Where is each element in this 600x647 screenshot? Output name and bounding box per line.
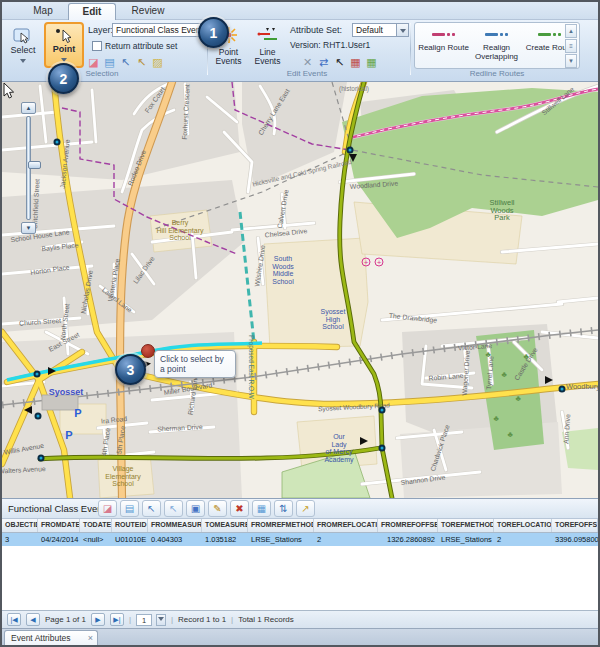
save-icon[interactable]: ▣ [186,500,205,517]
grid-view-icon[interactable]: ▦ [252,500,271,517]
tab-review[interactable]: Review [120,3,176,20]
column-header[interactable]: TOREFOFFSET [552,519,598,532]
table-cell[interactable]: 3396.0958005 [552,533,598,546]
table-cell[interactable]: 2 [314,533,378,546]
zoom-to-selection-icon[interactable]: ↖ [142,500,161,517]
column-header[interactable]: FROMREFMETHOD [248,519,314,532]
prev-page-button[interactable]: ◀ [26,613,40,626]
merge-event-icon[interactable]: ⇄ [316,56,331,70]
return-attribute-set-checkbox[interactable] [92,41,102,51]
column-header[interactable]: OBJECTID [2,519,38,532]
tab-event-attributes[interactable]: Event Attributes × [4,630,98,646]
map-label: 4th Place [100,427,111,456]
select-by-route-icon[interactable]: ↖ [134,56,149,70]
tab-map[interactable]: Map [20,3,66,20]
map-overlays: (historical)Fox CourtRodeo DriveFoxhurst… [2,82,598,498]
attribute-set-dropdown[interactable]: Default [352,23,397,37]
split-event-icon[interactable]: ✕ [300,56,315,70]
scroll-down-icon[interactable]: ▼ [565,54,577,68]
redline-realign-route-button[interactable]: Realign Route [417,24,470,68]
table-cell[interactable]: 0.404303 [148,533,202,546]
table-cell[interactable]: U01010E [112,533,148,546]
table-row[interactable]: 304/24/2014<null>U01010E0.4043031.035182… [2,533,598,546]
table-cell[interactable]: 2 [494,533,552,546]
map-label: Ann Drive [562,414,572,444]
column-header[interactable]: FROMREFLOCATION [314,519,378,532]
line-events-button[interactable]: Line Events [249,23,286,68]
column-header[interactable]: TOMEASURE [202,519,248,532]
last-page-button[interactable]: ▶| [110,613,124,626]
tree-icon: ♣ [493,414,498,423]
map-label: (historical) [339,85,369,93]
zoom-track[interactable] [26,116,31,220]
map-label: Shannon Drive [400,474,446,487]
zoom-slider[interactable]: ▲ ▼ [21,102,39,236]
next-page-button[interactable]: ▶ [91,613,105,626]
table-cell[interactable]: 04/24/2014 [38,533,80,546]
tab-edit[interactable]: Edit [68,3,116,20]
edit-record-icon[interactable]: ✎ [208,500,227,517]
point-tool-button[interactable]: Point [44,22,84,68]
cursor-icon [2,82,16,100]
column-header[interactable]: ROUTEID [112,519,148,532]
attribute-set-dropdown-button[interactable] [396,23,409,37]
eraser-icon[interactable]: ◪ [98,500,117,517]
attribute-table-icon[interactable]: ▤ [102,56,117,70]
table-cell[interactable]: 1326.2860892 [378,533,438,546]
column-header[interactable]: TOREFMETHOD [438,519,494,532]
table-cell[interactable]: LRSE_Stations [248,533,314,546]
panel-header: Functional Class Event ◪▤↖↖▣✎✖▦⇅↗ [2,499,598,519]
select-tool-button[interactable]: Select [6,24,40,66]
zoom-in-button[interactable]: ▲ [21,102,36,114]
layer-dropdown[interactable]: Functional Class Event [112,23,201,37]
attribute-table-icon[interactable]: ▤ [120,500,139,517]
table-cell[interactable]: LRSE_Stations [438,533,494,546]
page-size-dropdown-button[interactable] [156,614,166,626]
panel-toolbar: ◪▤↖↖▣✎✖▦⇅↗ [98,500,315,517]
table-cell[interactable]: 3 [2,533,38,546]
sort-records-icon[interactable]: ⇅ [274,500,293,517]
column-header[interactable]: FROMREFOFFSET [378,519,438,532]
delete-record-icon[interactable]: ✖ [230,500,249,517]
table-cell[interactable]: 1.035182 [202,533,248,546]
close-icon[interactable]: × [88,631,93,646]
selection-group-label: Selection [22,69,182,78]
select-by-attribute-icon[interactable]: ↖ [118,56,133,70]
redline-realign-overlapping-button[interactable]: Realign Overlapping [470,24,523,68]
event-attributes-panel: Functional Class Event ◪▤↖↖▣✎✖▦⇅↗ OBJECT… [2,498,598,610]
map-view[interactable]: (historical)Fox CourtRodeo DriveFoxhurst… [2,82,598,498]
pan-to-selection-icon[interactable]: ↖ [164,500,183,517]
line-events-label: Line Events [255,47,281,66]
event-table-green-icon[interactable]: ▦ [364,56,379,70]
column-header[interactable]: TOREFLOCATION [494,519,552,532]
table-cell[interactable]: <null> [80,533,112,546]
column-header[interactable]: FROMMEASURE [148,519,202,532]
pagination-bar: |◀ ◀ Page 1 of 1 ▶ ▶| | 1 | Record 1 to … [2,610,598,628]
map-label: Berry Hill Elementary School [156,219,203,242]
hospital-icon: + [362,258,371,267]
column-header[interactable]: FROMDATE [38,519,80,532]
eraser-icon[interactable]: ◪ [86,56,101,70]
redline-routes-group-label: Redline Routes [422,69,572,78]
page-size-input[interactable]: 1 [136,614,152,626]
zoom-ticks [34,118,39,218]
map-label: Jackson Avenue [59,139,72,189]
map-label: Church Street [19,317,61,327]
direction-arrow-icon [24,406,32,414]
zoom-out-button[interactable]: ▼ [21,222,36,234]
map-label: School House Lane [10,228,70,244]
select-event-icon[interactable]: ↖ [332,56,347,70]
map-label: East Street [47,331,80,353]
event-table-red-icon[interactable]: ▦ [348,56,363,70]
first-page-button[interactable]: |◀ [7,613,21,626]
line-events-icon [249,25,286,45]
column-header[interactable]: TODATE [80,519,112,532]
scroll-thumb-icon[interactable]: ≡ [565,39,577,53]
parking-icon: P [74,407,81,419]
open-attributes-icon[interactable]: ↗ [296,500,315,517]
clear-selection-icon[interactable]: ▨ [150,56,165,70]
scroll-up-icon[interactable]: ▲ [565,24,577,38]
ribbon: Select Point Layer: Functional Class Eve… [2,20,598,82]
return-attribute-set-label: Return attribute set [105,41,177,51]
route-node-icon [54,139,61,146]
